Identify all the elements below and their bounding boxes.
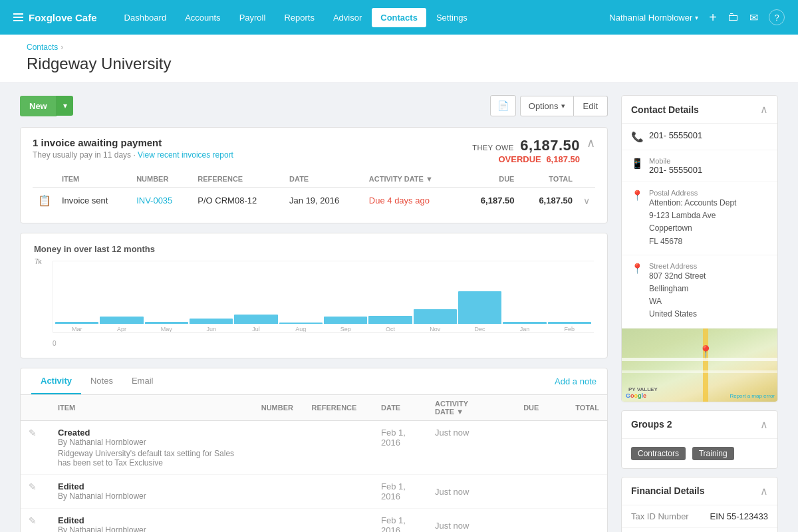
groups-card: Groups 2 ∧ Contractors Training <box>621 410 778 469</box>
nav-links: Dashboard Accounts Payroll Reports Advis… <box>116 8 610 27</box>
nav-dashboard[interactable]: Dashboard <box>116 8 176 27</box>
street-line-4: United States <box>649 308 706 321</box>
activity-row: ✎ Edited By Nathanial Hornblower Feb 1, … <box>21 509 607 533</box>
they-owe-label: THEY OWE 6,187.50 <box>472 137 580 154</box>
contact-details-card: Contact Details ∧ 📞 201- 5555001 📱 Mobil… <box>621 95 778 402</box>
page-title: Ridgeway University <box>27 55 771 73</box>
activity-row: ✎ Edited By Nathanial Hornblower Feb 1, … <box>21 475 607 509</box>
map-error-link[interactable]: Report a map error <box>730 393 775 399</box>
help-button[interactable]: ? <box>769 9 785 25</box>
chart-title: Money in over last 12 months <box>34 244 594 254</box>
activity-table: ITEM NUMBER REFERENCE DATE ACTIVITY DATE… <box>21 395 607 532</box>
edit-icon: ✎ <box>29 481 37 492</box>
contact-collapse-button[interactable]: ∧ <box>760 103 768 116</box>
nav-accounts[interactable]: Accounts <box>176 8 229 27</box>
contact-phone-row: 📞 201- 5555001 <box>622 124 777 150</box>
sidebar: Contact Details ∧ 📞 201- 5555001 📱 Mobil… <box>621 95 778 532</box>
contact-street-row: 📍 Street Address 807 32nd Street Belling… <box>622 255 777 329</box>
edit-icon: ✎ <box>29 428 37 438</box>
postal-line-2: 9-123 Lambda Ave <box>649 209 736 222</box>
contact-details-title: Contact Details <box>631 104 699 115</box>
tab-bar: Activity Notes Email Add a note <box>21 368 607 395</box>
group-badge-training[interactable]: Training <box>692 447 734 460</box>
new-button[interactable]: New <box>20 96 57 116</box>
financial-collapse-button[interactable]: ∧ <box>760 485 768 497</box>
nav-reports[interactable]: Reports <box>275 8 323 27</box>
location-icon: 📍 <box>631 190 644 201</box>
tab-email[interactable]: Email <box>122 368 163 394</box>
mobile-label: Mobile <box>649 157 702 165</box>
nav-user[interactable]: Nathanial Hornblower ▾ <box>609 13 698 23</box>
view-invoices-link[interactable]: View recent invoices report <box>138 150 233 160</box>
activity-panel: Activity Notes Email Add a note ITEM NUM… <box>20 368 608 532</box>
add-button[interactable]: + <box>709 11 717 24</box>
contact-mobile-row: 📱 Mobile 201- 5555001 <box>622 150 777 182</box>
mobile-icon: 📱 <box>631 158 644 170</box>
map[interactable]: 📍 Google PY VALLEY Report a map error <box>622 329 777 402</box>
invoice-row-expand[interactable]: ∨ <box>583 196 590 206</box>
invoice-table: ITEM NUMBER REFERENCE DATE ACTIVITY DATE… <box>33 171 595 213</box>
nav-actions: Nathanial Hornblower ▾ + 🗀 ✉ ? <box>609 9 785 25</box>
financial-row-1: Tax ID Number EIN 55-123433 <box>622 505 777 528</box>
folder-button[interactable]: 🗀 <box>728 11 739 24</box>
activity-item-by: By Nathanial Hornblower <box>58 491 245 501</box>
tab-notes[interactable]: Notes <box>81 368 122 394</box>
overdue-label: OVERDUE 6,187.50 <box>472 154 580 164</box>
invoice-collapse-button[interactable]: ∧ <box>587 137 595 149</box>
invoice-row-icon: 📋 <box>38 195 51 206</box>
contact-phone: 201- 5555001 <box>649 130 702 140</box>
financial-details-card: Financial Details ∧ Tax ID Number EIN 55… <box>621 477 778 533</box>
page-header: Contacts › Ridgeway University <box>0 35 798 83</box>
new-dropdown-button[interactable]: ▾ <box>57 96 73 116</box>
map-pin: 📍 <box>698 344 713 359</box>
invoice-panel: 1 invoice awaiting payment They usually … <box>20 127 608 223</box>
activity-item-title: Edited <box>58 481 245 491</box>
financial-row-2: Default Tax for Sales Tax Exclusive <box>622 528 777 533</box>
breadcrumb-parent: Contacts <box>27 43 58 52</box>
breadcrumb[interactable]: Contacts › <box>27 43 771 52</box>
activity-item-title: Created <box>58 428 245 438</box>
contact-postal-row: 📍 Postal Address Attention: Accounts Dep… <box>622 182 777 255</box>
postal-label: Postal Address <box>649 189 736 197</box>
street-line-3: WA <box>649 295 706 308</box>
nav-settings[interactable]: Settings <box>428 8 476 27</box>
postal-line-4: FL 45678 <box>649 235 736 248</box>
postal-line-3: Coppertown <box>649 222 736 235</box>
groups-title: Groups 2 <box>631 419 672 430</box>
mail-button[interactable]: ✉ <box>749 11 758 24</box>
activity-item-by: By Nathanial Hornblower <box>58 438 245 447</box>
invoice-number-link[interactable]: INV-0035 <box>136 196 172 205</box>
street-label: Street Address <box>649 262 706 270</box>
street-line-2: Bellingham <box>649 283 706 295</box>
options-dropdown-icon: ▾ <box>561 102 565 110</box>
brand-name: Foxglove Cafe <box>29 12 97 23</box>
google-logo: Google <box>626 392 646 399</box>
tab-activity[interactable]: Activity <box>31 368 81 394</box>
edit-button[interactable]: Edit <box>574 96 608 116</box>
user-dropdown-icon: ▾ <box>695 14 698 21</box>
chart-panel: Money in over last 12 months 7k 0 MarApr… <box>20 233 608 358</box>
edit-icon: ✎ <box>29 515 37 526</box>
groups-collapse-button[interactable]: ∧ <box>760 418 768 431</box>
activity-item-note: Ridgeway University's default tax settin… <box>58 449 245 467</box>
contact-mobile: 201- 5555001 <box>649 165 702 175</box>
nav-contacts[interactable]: Contacts <box>372 8 426 27</box>
toolbar: New ▾ 📄 Options ▾ Edit <box>20 95 608 116</box>
add-note-link[interactable]: Add a note <box>555 369 597 394</box>
map-valley-label: PY VALLEY <box>628 386 658 392</box>
invoice-subtitle: They usually pay in 11 days · View recen… <box>33 150 233 160</box>
breadcrumb-separator: › <box>61 43 63 52</box>
location-icon-2: 📍 <box>631 263 644 275</box>
nav-payroll[interactable]: Payroll <box>231 8 275 27</box>
they-owe-amount: 6,187.50 <box>520 137 580 154</box>
nav-advisor[interactable]: Advisor <box>325 8 370 27</box>
activity-item-title: Edited <box>58 515 245 525</box>
postal-line-1: Attention: Accounts Dept <box>649 197 736 209</box>
options-button[interactable]: Options ▾ <box>520 96 574 116</box>
financial-title: Financial Details <box>631 485 704 496</box>
phone-icon: 📞 <box>631 131 644 143</box>
file-icon-button[interactable]: 📄 <box>490 95 516 116</box>
activity-item-by: By Nathanial Hornblower <box>58 525 245 532</box>
group-badge-contractors[interactable]: Contractors <box>631 447 686 460</box>
brand[interactable]: Foxglove Cafe <box>13 12 97 23</box>
